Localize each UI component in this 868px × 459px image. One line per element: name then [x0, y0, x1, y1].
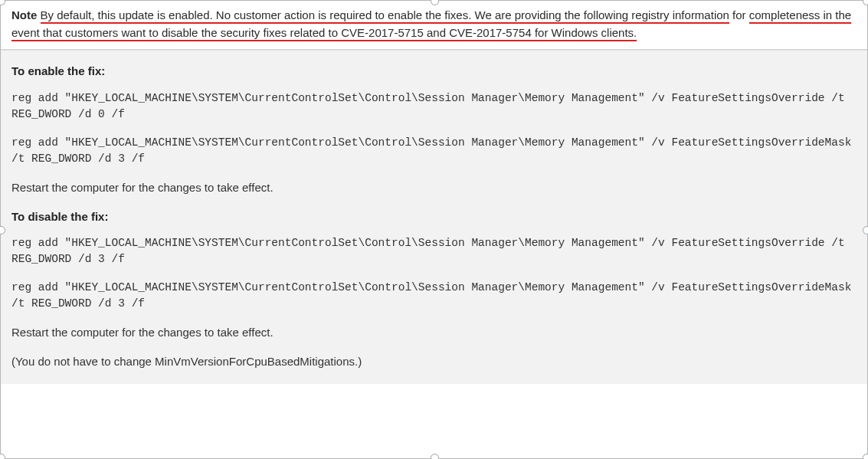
- registry-instructions-panel: To enable the fix: reg add "HKEY_LOCAL_M…: [1, 50, 867, 384]
- note-mid-text: for: [732, 8, 749, 21]
- restart-note: Restart the computer for the changes to …: [11, 179, 857, 196]
- resize-handle[interactable]: [0, 454, 5, 459]
- note-label: Note: [11, 8, 37, 21]
- note-underlined-text: By default, this update is enabled. No c…: [41, 8, 729, 24]
- restart-note: Restart the computer for the changes to …: [11, 324, 857, 341]
- enable-section-title: To enable the fix:: [11, 63, 857, 80]
- registry-command: reg add "HKEY_LOCAL_MACHINE\SYSTEM\Curre…: [11, 235, 857, 267]
- resize-handle[interactable]: [863, 226, 868, 234]
- resize-handle[interactable]: [863, 454, 868, 459]
- note-box: Note By default, this update is enabled.…: [1, 1, 867, 50]
- registry-command: reg add "HKEY_LOCAL_MACHINE\SYSTEM\Curre…: [11, 135, 857, 167]
- registry-command: reg add "HKEY_LOCAL_MACHINE\SYSTEM\Curre…: [11, 90, 857, 123]
- extra-note: (You do not have to change MinVmVersionF…: [11, 353, 857, 370]
- resize-handle[interactable]: [431, 454, 439, 459]
- registry-command: reg add "HKEY_LOCAL_MACHINE\SYSTEM\Curre…: [11, 280, 857, 312]
- disable-section-title: To disable the fix:: [11, 208, 857, 225]
- document-frame: Note By default, this update is enabled.…: [0, 0, 868, 459]
